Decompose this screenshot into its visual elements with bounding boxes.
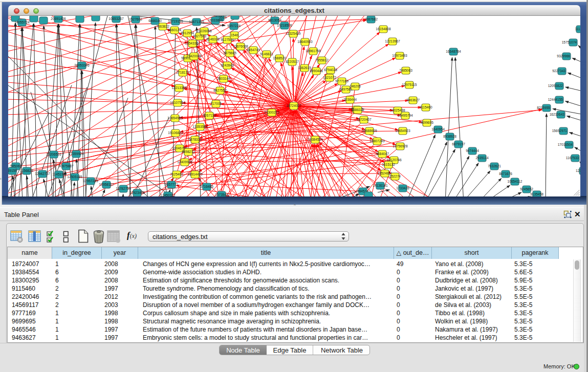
svg-text:8427552: 8427552	[213, 89, 227, 92]
svg-text:1733426: 1733426	[396, 186, 409, 190]
svg-text:7663822: 7663822	[156, 25, 169, 28]
svg-text:12450112: 12450112	[161, 193, 176, 196]
svg-text:8912954: 8912954	[181, 31, 194, 35]
svg-text:16210643: 16210643	[550, 113, 565, 116]
svg-text:8220517: 8220517	[286, 60, 299, 63]
svg-text:2087682: 2087682	[364, 17, 378, 21]
svg-text:12213967: 12213967	[385, 39, 400, 43]
svg-text:9699695: 9699695	[420, 121, 433, 124]
svg-text:8146328: 8146328	[206, 37, 220, 41]
svg-text:10973493: 10973493	[392, 54, 407, 57]
svg-text:10654985: 10654985	[167, 116, 183, 120]
svg-text:1527602: 1527602	[129, 17, 142, 21]
svg-text:2386322: 2386322	[351, 108, 364, 112]
svg-text:21300273: 21300273	[264, 111, 279, 114]
svg-text:16914479: 16914479	[187, 172, 203, 176]
svg-text:9329966: 9329966	[557, 54, 570, 58]
svg-text:18724007: 18724007	[286, 104, 301, 107]
svg-text:7485063: 7485063	[399, 69, 412, 72]
svg-text:1621072: 1621072	[323, 76, 336, 79]
svg-text:6879197: 6879197	[452, 142, 465, 146]
svg-text:9657771: 9657771	[165, 183, 178, 186]
svg-text:8454749: 8454749	[247, 48, 260, 52]
svg-text:6794028: 6794028	[324, 68, 337, 72]
svg-text:15720407: 15720407	[356, 118, 372, 121]
svg-text:23676068: 23676068	[233, 45, 248, 48]
svg-text:1145194: 1145194	[52, 172, 66, 176]
svg-text:9884047: 9884047	[376, 152, 389, 156]
svg-text:23226058: 23226058	[197, 29, 212, 33]
svg-text:2935114: 2935114	[475, 156, 489, 160]
svg-text:12444155: 12444155	[548, 98, 563, 101]
svg-text:717005: 717005	[210, 102, 222, 105]
svg-text:6497568: 6497568	[339, 87, 353, 91]
svg-text:8938928: 8938928	[443, 135, 456, 138]
svg-text:8990448: 8990448	[310, 69, 323, 73]
svg-text:39159: 39159	[8, 169, 17, 172]
svg-text:19106822: 19106822	[168, 131, 183, 135]
svg-text:1167533: 1167533	[566, 156, 579, 160]
svg-text:121034: 121034	[576, 169, 580, 172]
svg-text:5878332: 5878332	[188, 138, 202, 141]
svg-text:9242848: 9242848	[221, 63, 234, 67]
svg-text:10688609: 10688609	[362, 129, 377, 133]
svg-text:13353594: 13353594	[192, 125, 208, 128]
svg-text:16543382: 16543382	[185, 41, 200, 45]
svg-text:11124: 11124	[575, 27, 580, 31]
svg-text:19218506: 19218506	[277, 24, 292, 27]
svg-text:12213389: 12213389	[171, 86, 187, 90]
svg-text:9115460: 9115460	[419, 105, 432, 109]
svg-text:17016504: 17016504	[558, 143, 573, 146]
svg-text:12409948: 12409948	[177, 160, 192, 164]
svg-text:16961758: 16961758	[306, 49, 321, 53]
svg-text:17957225: 17957225	[83, 179, 98, 183]
svg-text:10654112: 10654112	[508, 180, 522, 183]
svg-text:10671355: 10671355	[189, 20, 204, 24]
svg-text:8215955: 8215955	[537, 106, 550, 110]
svg-text:2718170: 2718170	[176, 71, 189, 74]
svg-text:10025438: 10025438	[390, 108, 405, 112]
svg-text:9660124: 9660124	[168, 28, 181, 32]
svg-text:9245652: 9245652	[520, 187, 533, 191]
svg-text:17359924: 17359924	[69, 152, 84, 156]
svg-text:2803144: 2803144	[217, 77, 230, 80]
svg-text:19756928: 19756928	[393, 144, 408, 148]
svg-text:1588520: 1588520	[273, 56, 286, 60]
svg-text:14136141: 14136141	[373, 184, 388, 187]
svg-text:8813054: 8813054	[268, 18, 281, 22]
svg-text:16648784: 16648784	[446, 50, 461, 53]
svg-text:3875685: 3875685	[223, 51, 236, 55]
svg-text:7632621: 7632621	[488, 164, 501, 168]
svg-text:5498212: 5498212	[182, 150, 195, 154]
svg-text:12093822: 12093822	[548, 84, 563, 87]
svg-text:15495794: 15495794	[398, 114, 413, 117]
svg-text:5716485: 5716485	[200, 185, 213, 188]
svg-text:19384554: 19384554	[308, 138, 323, 141]
svg-text:20206516: 20206516	[46, 152, 61, 156]
svg-text:9357224: 9357224	[227, 24, 241, 28]
svg-text:16154808: 16154808	[376, 27, 391, 31]
svg-text:252274: 252274	[389, 174, 401, 178]
svg-text:9227343: 9227343	[552, 69, 565, 73]
svg-text:26053346: 26053346	[74, 63, 90, 67]
svg-text:1615132: 1615132	[382, 163, 395, 166]
svg-text:20691406: 20691406	[51, 17, 66, 20]
svg-text:12923468: 12923468	[129, 191, 145, 194]
svg-text:23420046: 23420046	[186, 54, 202, 58]
svg-text:1156829: 1156829	[20, 169, 33, 172]
svg-text:746206: 746206	[350, 84, 361, 88]
svg-text:9474444: 9474444	[466, 149, 479, 152]
svg-text:8267110: 8267110	[203, 114, 216, 117]
svg-text:9463627: 9463627	[406, 98, 420, 102]
svg-text:1573544: 1573544	[215, 193, 228, 196]
svg-text:9777169: 9777169	[335, 79, 349, 83]
svg-text:7625402: 7625402	[170, 172, 183, 176]
svg-text:7955812: 7955812	[315, 58, 329, 62]
svg-text:12975115: 12975115	[402, 83, 417, 86]
svg-text:12942737: 12942737	[35, 172, 50, 176]
svg-text:10958117: 10958117	[99, 183, 114, 186]
svg-text:10719155: 10719155	[168, 19, 183, 23]
svg-text:15751074: 15751074	[562, 40, 577, 44]
svg-text:16782759: 16782759	[116, 187, 131, 190]
svg-text:1640954: 1640954	[431, 127, 445, 131]
